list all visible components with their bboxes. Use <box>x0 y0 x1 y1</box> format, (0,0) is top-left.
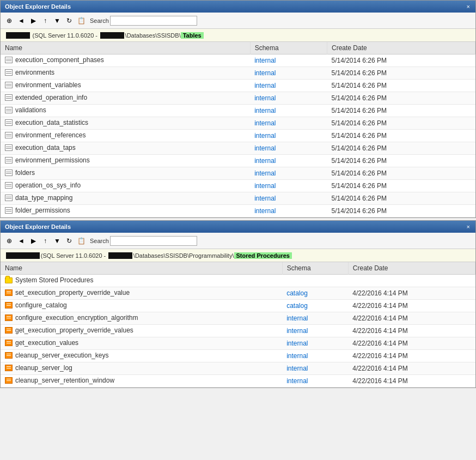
table-icon <box>5 69 13 76</box>
table-row[interactable]: cleanup_server_execution_keys internal 4… <box>1 349 475 362</box>
table-row[interactable]: cleanup_server_retention_window internal… <box>1 374 475 387</box>
panel2-server-redacted <box>6 252 40 259</box>
table-row[interactable]: get_execution_property_override_values i… <box>1 324 475 337</box>
table-icon <box>5 82 13 88</box>
panel2-filter-button[interactable]: ▼ <box>52 235 63 246</box>
row-date-cell: 5/14/2014 6:26 PM <box>327 167 475 180</box>
row-name: validations <box>15 106 46 114</box>
row-schema-cell: internal <box>282 374 348 387</box>
panel2-breadcrumb: (SQL Server 11.0.6020 - \Databases\SSISD… <box>1 249 475 262</box>
row-schema-cell: internal <box>250 67 327 80</box>
row-name: cleanup_server_execution_keys <box>15 352 108 359</box>
table-row[interactable]: environment_references internal 5/14/201… <box>1 130 475 142</box>
row-date-cell: 5/14/2014 6:26 PM <box>327 192 475 205</box>
table-icon <box>5 157 13 164</box>
panel1-close-button[interactable]: × <box>466 3 471 10</box>
panel1-search-input[interactable] <box>110 16 197 26</box>
row-date-cell: 5/14/2014 6:26 PM <box>327 92 475 105</box>
table-row[interactable]: data_type_mapping internal 5/14/2014 6:2… <box>1 192 475 205</box>
row-date-cell: 4/22/2016 4:14 PM <box>348 337 475 349</box>
panel1-back-button[interactable]: ◄ <box>16 15 27 26</box>
table-row[interactable]: set_execution_property_override_value ca… <box>1 287 475 299</box>
row-date-cell: 5/14/2014 6:26 PM <box>327 180 475 192</box>
row-icon-wrapper: get_execution_property_override_values <box>5 326 133 334</box>
table-row[interactable]: System Stored Procedures <box>1 275 475 287</box>
panel1-export-button[interactable]: 📋 <box>76 15 87 26</box>
table-row[interactable]: folder_permissions internal 5/14/2014 6:… <box>1 205 475 217</box>
table-row[interactable]: environment_variables internal 5/14/2014… <box>1 80 475 92</box>
row-date-cell: 5/14/2014 6:26 PM <box>327 55 475 67</box>
row-date-cell: 4/22/2016 4:14 PM <box>348 287 475 299</box>
row-date-cell: 5/14/2014 6:26 PM <box>327 130 475 142</box>
filter-icon2: ▼ <box>54 237 60 245</box>
row-icon-wrapper: cleanup_server_log <box>5 364 72 372</box>
table-row[interactable]: folders internal 5/14/2014 6:26 PM <box>1 167 475 180</box>
row-schema-cell: internal <box>282 362 348 374</box>
row-schema-cell: internal <box>250 55 327 67</box>
row-name: folder_permissions <box>15 207 70 214</box>
table-row[interactable]: environments internal 5/14/2014 6:26 PM <box>1 67 475 80</box>
panel2-export-button[interactable]: 📋 <box>76 235 87 246</box>
panel2-search-input[interactable] <box>110 236 197 246</box>
back-icon2: ◄ <box>18 237 25 245</box>
table-row[interactable]: execution_data_taps internal 5/14/2014 6… <box>1 142 475 155</box>
row-name-cell: environment_variables <box>1 80 250 92</box>
table-row[interactable]: execution_data_statistics internal 5/14/… <box>1 117 475 130</box>
table-icon <box>5 144 13 151</box>
row-name-cell: cleanup_server_execution_keys <box>1 349 282 362</box>
table-row[interactable]: extended_operation_info internal 5/14/20… <box>1 92 475 105</box>
row-name-cell: extended_operation_info <box>1 92 250 105</box>
panel2-new-button[interactable]: ⊕ <box>4 235 15 246</box>
row-name: configure_catalog <box>15 301 67 309</box>
panel2-close-button[interactable]: × <box>466 223 471 230</box>
panel2-up-button[interactable]: ↑ <box>40 235 51 246</box>
sp-icon <box>5 302 13 308</box>
panel2-forward-button[interactable]: ▶ <box>28 235 39 246</box>
row-icon-wrapper: extended_operation_info <box>5 94 87 101</box>
panel1-title-bar: Object Explorer Details × <box>1 1 475 13</box>
row-schema-cell: internal <box>250 155 327 167</box>
panel2-back-button[interactable]: ◄ <box>16 235 27 246</box>
row-icon-wrapper: environment_references <box>5 131 86 139</box>
table-row[interactable]: validations internal 5/14/2014 6:26 PM <box>1 105 475 117</box>
folder-icon-wrapper: System Stored Procedures <box>5 276 93 284</box>
row-name-cell: environments <box>1 67 250 80</box>
table-row[interactable]: configure_execution_encryption_algorithm… <box>1 312 475 324</box>
table-row[interactable]: cleanup_server_log internal 4/22/2016 4:… <box>1 362 475 374</box>
panel2: Object Explorer Details × ⊕ ◄ ▶ ↑ ▼ ↻ 📋 … <box>0 220 476 388</box>
panel1-title-text: Object Explorer Details <box>5 3 71 10</box>
row-icon-wrapper: folders <box>5 169 35 177</box>
table-row[interactable]: operation_os_sys_info internal 5/14/2014… <box>1 180 475 192</box>
row-name: environment_variables <box>15 81 81 89</box>
row-name-cell: folder_permissions <box>1 205 250 217</box>
row-date-cell: 4/22/2016 4:14 PM <box>348 362 475 374</box>
panel1-refresh-button[interactable]: ↻ <box>64 15 75 26</box>
row-name-cell: configure_execution_encryption_algorithm <box>1 312 282 324</box>
refresh-icon2: ↻ <box>66 237 72 245</box>
panel2-refresh-button[interactable]: ↻ <box>64 235 75 246</box>
table-icon <box>5 107 13 113</box>
sp-icon <box>5 289 13 296</box>
panel1-filter-button[interactable]: ▼ <box>52 15 63 26</box>
export-icon2: 📋 <box>77 237 86 245</box>
row-name-cell: execution_data_statistics <box>1 117 250 130</box>
panel1-col-date: Create Date <box>327 42 475 55</box>
table-row[interactable]: get_execution_values internal 4/22/2016 … <box>1 337 475 349</box>
table-row[interactable]: configure_catalog catalog 4/22/2016 4:14… <box>1 299 475 312</box>
panel2-breadcrumb-spacer <box>106 252 107 259</box>
table-icon <box>5 195 13 201</box>
panel1-up-button[interactable]: ↑ <box>40 15 51 26</box>
row-icon-wrapper: cleanup_server_retention_window <box>5 377 114 384</box>
table-row[interactable]: execution_component_phases internal 5/14… <box>1 55 475 67</box>
panel2-title-bar: Object Explorer Details × <box>1 221 475 233</box>
row-name-cell: cleanup_server_log <box>1 362 282 374</box>
panel1-new-button[interactable]: ⊕ <box>4 15 15 26</box>
row-name: execution_data_taps <box>15 144 76 152</box>
panel1-search-label: Search <box>90 17 109 24</box>
row-schema-cell: internal <box>250 192 327 205</box>
row-schema-cell: internal <box>250 117 327 130</box>
row-name: extended_operation_info <box>15 94 87 101</box>
sp-icon <box>5 377 13 384</box>
panel1-forward-button[interactable]: ▶ <box>28 15 39 26</box>
table-row[interactable]: environment_permissions internal 5/14/20… <box>1 155 475 167</box>
